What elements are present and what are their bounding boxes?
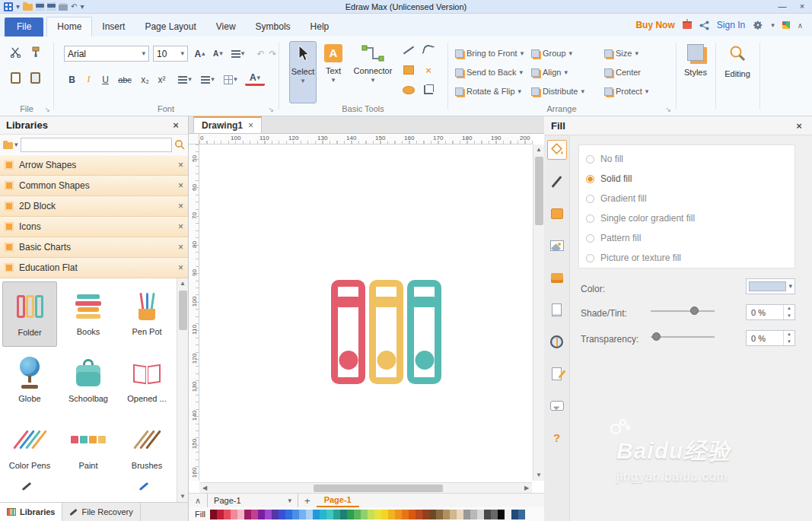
rectangle-tool-button[interactable] [400,62,417,78]
theme-icon[interactable] [782,21,790,29]
palette-swatch[interactable] [477,510,484,519]
palette-swatch[interactable] [416,510,422,519]
font-dialog-launcher[interactable]: ↘ [268,106,274,113]
arrange-bring-to-front[interactable]: Bring to Front▾ [455,46,524,61]
fill-option-solid-fill[interactable]: Solid fill [579,169,794,189]
share-icon[interactable] [699,21,709,30]
spin-down-icon[interactable]: ▼ [784,338,794,346]
palette-swatch[interactable] [395,510,402,519]
format-painter-button[interactable] [27,44,43,60]
binder-shape-red[interactable] [331,280,365,384]
palette-swatch[interactable] [381,510,388,519]
close-icon[interactable]: × [178,262,183,273]
library-group-2d-block[interactable]: 2D Block× [0,196,188,217]
scroll-up-icon[interactable]: ▲ [533,145,544,155]
palette-swatch[interactable] [518,510,525,519]
line-tool-button[interactable] [400,43,417,58]
shade-spinner[interactable]: 0 % ▲▼ [746,304,795,320]
minimize-button[interactable]: — [772,0,792,13]
palette-swatch[interactable] [422,510,429,519]
palette-swatch[interactable] [224,510,231,519]
line-spacing-button[interactable]: ▾ [175,71,195,87]
paste-button[interactable] [8,70,24,86]
open-icon[interactable] [23,4,33,11]
palette-swatch[interactable] [320,510,326,519]
palette-swatch[interactable] [450,510,457,519]
libraries-close-icon[interactable]: × [170,119,182,131]
palette-swatch[interactable] [333,510,340,519]
pen-tool-button[interactable]: × [420,62,437,78]
document-tab-drawing1[interactable]: Drawing1 × [193,116,262,133]
tab-libraries[interactable]: Libraries [0,503,62,521]
palette-swatch[interactable] [265,510,272,519]
strikethrough-button[interactable]: abc [114,71,135,87]
transparency-slider[interactable] [651,332,715,342]
spin-up-icon[interactable]: ▲ [784,305,794,313]
close-icon[interactable]: × [178,180,183,191]
arrange-group[interactable]: Group▾ [531,46,572,61]
ellipse-tool-button[interactable] [400,82,417,97]
font-name-combo[interactable]: Arial ▾ [64,46,149,62]
fill-tool-icon[interactable] [547,140,567,160]
fill-option-pattern-fill[interactable]: Pattern fill [579,228,794,248]
library-group-basic-charts[interactable]: Basic Charts× [0,237,188,258]
library-group-arrow-shapes[interactable]: Arrow Shapes× [0,155,188,176]
comment-tool-icon[interactable]: ... [547,396,567,415]
palette-swatch[interactable] [231,510,237,519]
scroll-left-icon[interactable]: ◀ [199,483,210,493]
canvas-horizontal-scrollbar[interactable]: ◀ ▶ [199,482,532,493]
subscript-button[interactable]: x₂ [137,71,153,87]
palette-swatch[interactable] [470,510,477,519]
tab-file[interactable]: File [5,17,43,37]
add-page-button[interactable]: + [298,495,317,507]
fill-option-picture-or-texture-fill[interactable]: Picture or texture fill [579,248,794,268]
tab-view[interactable]: View [206,17,246,37]
shape-item-globe[interactable]: Globe [2,348,57,414]
palette-swatch[interactable] [237,510,244,519]
gear-icon[interactable] [753,20,763,30]
canvas-vertical-scrollbar[interactable]: ▲ ▼ [533,145,544,481]
palette-swatch[interactable] [484,510,491,519]
palette-swatch[interactable] [292,510,299,519]
print-icon[interactable] [59,5,68,11]
select-tool-button[interactable]: Select ▾ [289,41,317,103]
arrange-rotate-flip[interactable]: Rotate & Flip▾ [455,84,521,99]
fill-option-single-color-gradient-fill[interactable]: Single color gradient fill [579,208,794,228]
scroll-down-icon[interactable]: ▼ [177,491,188,502]
shape-item-opened-book[interactable]: Opened ... [119,348,174,414]
palette-swatch[interactable] [347,510,354,519]
palette-swatch[interactable] [251,510,258,519]
spin-up-icon[interactable]: ▲ [784,331,794,338]
decrease-font-button[interactable]: A▾ [210,46,226,62]
arrange-send-to-back[interactable]: Send to Back▾ [455,65,523,80]
palette-swatch[interactable] [511,510,518,519]
arrange-distribute[interactable]: Distribute▾ [531,84,584,99]
tab-symbols[interactable]: Symbols [246,17,301,37]
scroll-right-icon[interactable]: ▶ [521,483,532,493]
buy-now-link[interactable]: Buy Now [635,20,674,30]
note-tool-icon[interactable] [547,364,567,383]
arrange-center[interactable]: Center [604,65,641,80]
save-icon[interactable] [36,2,44,11]
save-all-icon[interactable] [47,2,56,11]
palette-swatch[interactable] [285,510,292,519]
palette-swatch[interactable] [436,510,443,519]
styles-button[interactable]: Styles [676,44,715,77]
file-dialog-launcher[interactable]: ↘ [44,106,50,113]
shape-item-paint[interactable]: Paint [61,415,116,481]
palette-swatch[interactable] [457,510,463,519]
v-scroll-thumb[interactable] [535,157,543,225]
qat-caret-icon[interactable]: ▾ [16,2,20,11]
undo-icon[interactable]: ↶ [71,2,77,11]
palette-swatch[interactable] [258,510,265,519]
palette-swatch[interactable] [409,510,416,519]
library-group-icons[interactable]: Icons× [0,217,188,237]
increase-font-button[interactable]: A▴ [192,46,208,62]
gear-caret-icon[interactable]: ▾ [771,22,775,29]
tab-help[interactable]: Help [301,17,339,37]
tab-insert[interactable]: Insert [92,17,135,37]
binder-shape-yellow[interactable] [369,280,403,384]
page-tab-page1[interactable]: Page-1 [317,494,359,507]
palette-swatch[interactable] [217,510,224,519]
gallery-scrollbar[interactable]: ▲ ▼ [177,278,188,502]
